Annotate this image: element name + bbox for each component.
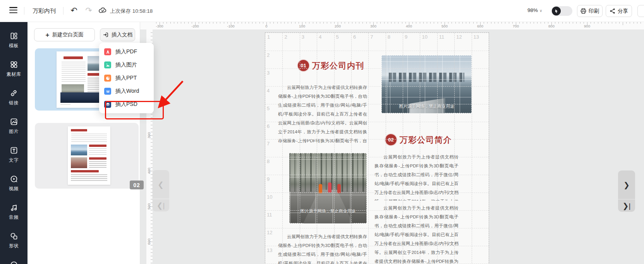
zoom-select[interactable]: 98%∨ xyxy=(527,7,542,13)
ruler-label: 800 xyxy=(548,24,555,28)
share-icon xyxy=(610,8,615,14)
plus-icon: + xyxy=(46,32,50,38)
grid-column-number: 1 xyxy=(267,34,270,40)
horizontal-ruler: -300-200-1000100200300400500600700800900 xyxy=(140,22,644,30)
video-icon xyxy=(10,175,18,183)
menu-item-insert-word[interactable]: W插入Word xyxy=(99,85,154,98)
menu-item-label: 插入PPT xyxy=(115,75,137,82)
insert-document-dropdown: 插入PDF插入图片插入PPTW插入Word插入PSD xyxy=(99,43,154,113)
sidebar-item-audio[interactable]: 音频 xyxy=(9,203,19,221)
body-text-block[interactable]: 云展网创致力于为上传者提供文档转换存储服务-上传PDF转换为3D翻页电子书，自动… xyxy=(278,232,367,264)
pointer-icon xyxy=(552,7,561,15)
pdf-file-icon xyxy=(104,48,111,55)
print-button[interactable]: 印刷 xyxy=(577,5,603,17)
body-text-block[interactable]: 云展网创致力于为上传者提供文档转换存储服务-上传PDF转换为3D翻页电子书，自动… xyxy=(374,204,459,264)
psd-file-icon xyxy=(104,101,111,108)
grid-row-number: 9 xyxy=(267,176,270,182)
preview-mode-toggle[interactable] xyxy=(551,6,572,16)
left-toolbar: 模板素材库链接图片文字视频音频形状更多 xyxy=(0,22,27,264)
body-text-block[interactable]: 云展网创致力于为上传者提供文档转换存储服务-上传PDF转换为3D翻页电子书，自动… xyxy=(374,153,459,201)
menu-item-insert-pdf[interactable]: 插入PDF xyxy=(99,45,154,58)
topbar: 万彩内刊 ↶ ↷ 上次保存 10:58:18 98%∨ 印刷 xyxy=(0,0,644,22)
grid-column-number: 8 xyxy=(388,34,390,40)
ruler-label: 500 xyxy=(147,203,151,209)
ruler-label: -200 xyxy=(191,24,199,28)
section-2-heading[interactable]: 02 万彩公司简介 xyxy=(385,134,452,145)
shape-icon xyxy=(10,232,18,240)
cloud-saved-icon xyxy=(98,5,108,15)
ruler-label: -300 xyxy=(156,24,163,28)
word-file-icon: W xyxy=(104,88,111,95)
menu-item-insert-psd[interactable]: 插入PSD xyxy=(99,98,154,111)
section-2-title: 万彩公司简介 xyxy=(400,135,452,145)
document-page[interactable]: 01 万彩公司内刊 云展网创致力于为上传者提供文档转换存储服务-上传PDF转换为… xyxy=(265,33,489,264)
body-text-block[interactable]: 云展网创致力于为上传者提供文档转换存储服务-上传PDF转换为3D翻页电子书，自动… xyxy=(278,83,367,147)
road-photo[interactable]: 图片源于网络，禁止商业用途 xyxy=(289,153,367,223)
grid-column-number: 7 xyxy=(370,34,373,40)
text-icon xyxy=(10,146,18,155)
grid-row-number: 7 xyxy=(267,141,270,146)
city-photo[interactable]: 图片源于网络，禁止商业用途 xyxy=(381,55,472,113)
grid-row-number: 5 xyxy=(267,106,270,111)
undo-icon[interactable]: ↶ xyxy=(69,5,79,15)
redo-icon[interactable]: ↷ xyxy=(84,5,94,15)
template-icon xyxy=(10,32,18,40)
app-window: 万彩内刊 ↶ ↷ 上次保存 10:58:18 98%∨ 印刷 xyxy=(0,0,644,264)
insert-doc-label: 插入文档 xyxy=(112,31,132,38)
prev-nav-group: ❮ ❮| xyxy=(152,170,169,211)
sidebar-item-template[interactable]: 模板 xyxy=(9,32,19,49)
menu-item-insert-image[interactable]: 插入图片 xyxy=(99,58,154,72)
next-nav-group: ❯ ❯| xyxy=(618,170,635,212)
grid-row-number: 8 xyxy=(267,158,270,164)
publish-button[interactable] xyxy=(637,5,644,17)
sidebar-item-label: 模板 xyxy=(9,43,19,49)
grid-row-number: 12 xyxy=(267,230,272,235)
sidebar-item-label: 文字 xyxy=(9,157,19,164)
grid-column-number: 6 xyxy=(353,34,356,40)
image-file-icon xyxy=(104,61,111,68)
page-thumbnail-2[interactable]: 02 xyxy=(35,123,139,189)
menu-item-label: 插入PDF xyxy=(115,48,137,55)
last-saved-status: 上次保存 10:58:18 xyxy=(110,8,153,15)
sidebar-item-video[interactable]: 视频 xyxy=(9,175,19,192)
image-icon xyxy=(10,118,18,126)
image-caption: 图片源于网络，禁止商业用途 xyxy=(399,104,454,109)
sidebar-item-label: 形状 xyxy=(9,243,19,249)
menu-icon[interactable] xyxy=(9,7,17,14)
grid-row-number: 4 xyxy=(267,88,270,94)
menu-item-insert-ppt[interactable]: 插入PPT xyxy=(99,72,154,85)
menu-item-label: 插入PSD xyxy=(115,101,137,108)
new-blank-page-button[interactable]: + 新建空白页面 xyxy=(34,28,95,41)
ppt-file-icon xyxy=(104,75,111,82)
sidebar-item-link[interactable]: 链接 xyxy=(9,89,19,106)
menu-item-label: 插入图片 xyxy=(115,61,137,68)
grid-column-number: 9 xyxy=(405,34,407,40)
first-page-button[interactable]: ❮| xyxy=(152,199,169,211)
section-1-heading[interactable]: 01 万彩公司内刊 xyxy=(298,60,364,71)
ruler-label: 200 xyxy=(335,24,341,28)
insert-document-button[interactable]: 插入文档 xyxy=(100,28,135,41)
sidebar-item-label: 素材库 xyxy=(7,71,21,78)
prev-page-button[interactable]: ❮ xyxy=(152,170,169,199)
ruler-label: -100 xyxy=(227,24,234,28)
print-label: 印刷 xyxy=(589,8,599,15)
ruler-label: 0 xyxy=(265,24,267,28)
share-button[interactable]: 分享 xyxy=(606,5,632,17)
zoom-value: 98% xyxy=(527,7,538,13)
sidebar-item-more[interactable]: 更多 xyxy=(9,261,19,264)
sidebar-item-shape[interactable]: 形状 xyxy=(9,232,19,249)
grid-column-number: 2 xyxy=(284,34,287,40)
ruler-label: 500 xyxy=(441,24,448,28)
last-page-button[interactable]: ❯| xyxy=(618,199,635,212)
divider xyxy=(24,7,24,15)
grid-column-number: 10 xyxy=(422,34,427,40)
sidebar-item-assets[interactable]: 素材库 xyxy=(7,60,21,78)
new-page-label: 新建空白页面 xyxy=(52,31,83,38)
chevron-down-icon: ∨ xyxy=(539,9,542,13)
sidebar-item-image[interactable]: 图片 xyxy=(9,118,19,135)
next-page-button[interactable]: ❯ xyxy=(618,170,635,199)
page-number-badge: 02 xyxy=(130,181,144,189)
sidebar-item-text[interactable]: 文字 xyxy=(9,146,19,164)
sidebar-item-label: 链接 xyxy=(9,100,19,106)
grid-column-number: 3 xyxy=(302,34,304,40)
